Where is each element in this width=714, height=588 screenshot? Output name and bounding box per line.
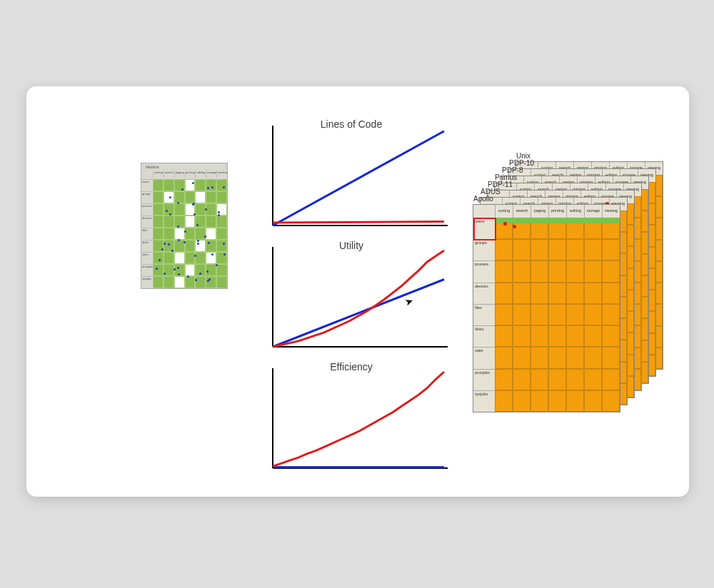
column-header: printing: [185, 171, 196, 178]
chart-lines-of-code: Lines of Code: [258, 118, 451, 236]
column-header: paging: [174, 171, 185, 178]
row-header: process: [141, 203, 153, 216]
row-header: procjobs: [473, 369, 495, 390]
row-header: users: [141, 179, 153, 191]
column-header: sorting: [153, 171, 164, 178]
row-header: devices: [473, 283, 495, 304]
row-header: groups: [473, 239, 495, 260]
row-header: disks: [141, 240, 153, 252]
row-header: stats: [473, 347, 495, 368]
row-header: sysjobs: [141, 276, 153, 288]
system-scorecard-stack: Unixsortingsearchpagingprintingeditingst…: [473, 161, 673, 425]
row-header: groups: [141, 191, 153, 203]
row-header: sysjobs: [473, 390, 495, 412]
column-header: printing: [548, 205, 566, 218]
chart-utility: Utility ➤: [258, 240, 451, 358]
column-header: storage: [584, 205, 602, 218]
row-header: procjobs: [141, 264, 153, 276]
row-header: files: [141, 228, 153, 240]
column-header: viewing: [602, 205, 620, 218]
row-header: stats: [141, 252, 153, 264]
column-header: viewing: [216, 171, 227, 178]
row-header: process: [473, 260, 495, 282]
column-header: search: [164, 171, 174, 178]
column-header: sorting: [495, 205, 513, 218]
system-name: Apollo: [473, 195, 493, 203]
column-header: editing: [195, 171, 206, 178]
chart-efficiency: Efficiency: [258, 361, 451, 479]
column-header: search: [513, 205, 531, 218]
system-card: Apollosortingsearchpagingprintingediting…: [473, 204, 620, 412]
multics-scorecard: Multics sortingsearchpagingprintingediti…: [141, 163, 228, 289]
slide-card: Multics sortingsearchpagingprintingediti…: [26, 86, 689, 497]
row-header: devices: [141, 216, 153, 228]
row-header: files: [473, 304, 495, 325]
column-header: paging: [531, 205, 548, 218]
row-header: disks: [473, 325, 495, 347]
column-header: editing: [566, 205, 584, 218]
multics-caption: Multics: [146, 165, 159, 169]
column-header: storage: [206, 171, 216, 178]
